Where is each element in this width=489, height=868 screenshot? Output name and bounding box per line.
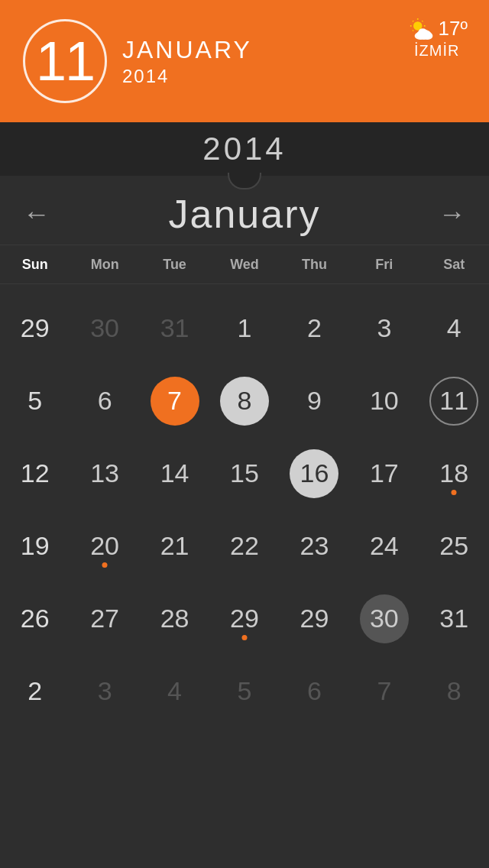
cal-cell[interactable]: 18 <box>419 437 489 510</box>
cal-cell[interactable]: 19 <box>0 510 70 582</box>
cal-cell[interactable]: 23 <box>280 510 349 582</box>
cal-cell[interactable]: 31 <box>140 292 209 364</box>
cal-cell[interactable]: 30 <box>70 292 139 364</box>
cal-cell[interactable]: 5 <box>209 655 279 727</box>
cal-day-number: 5 <box>220 667 269 716</box>
cal-cell[interactable]: 5 <box>0 364 70 437</box>
cal-day-number: 24 <box>360 522 409 571</box>
weather-icon-area: 17º <box>406 17 468 40</box>
svg-point-12 <box>418 28 426 36</box>
cal-day-number: 6 <box>80 377 129 426</box>
cal-day-number: 29 <box>290 594 338 643</box>
cal-day-number: 30 <box>80 304 129 353</box>
cal-day-number: 4 <box>151 667 199 716</box>
cal-cell[interactable]: 24 <box>349 510 419 582</box>
cal-day-number: 25 <box>429 522 478 571</box>
cal-cell[interactable]: 22 <box>209 510 279 582</box>
cal-cell[interactable]: 8 <box>419 655 489 727</box>
prev-month-button[interactable]: ← <box>23 198 50 230</box>
cal-cell[interactable]: 13 <box>70 437 139 510</box>
cal-cell[interactable]: 30 <box>349 582 419 655</box>
year-display: 2014 <box>202 131 286 167</box>
next-month-button[interactable]: → <box>439 198 466 230</box>
cal-cell[interactable]: 2 <box>280 292 349 364</box>
year-label-header: 2014 <box>122 66 252 87</box>
cal-cell[interactable]: 6 <box>70 364 139 437</box>
cal-cell[interactable]: 27 <box>70 582 139 655</box>
cal-cell[interactable]: 7 <box>140 364 209 437</box>
cal-day-number: 20 <box>80 522 129 571</box>
cal-day-number: 8 <box>220 377 269 426</box>
cal-day-number: 31 <box>151 304 199 353</box>
cal-cell[interactable]: 2 <box>0 655 70 727</box>
dow-label-fri: Fri <box>349 257 419 273</box>
cal-cell[interactable]: 4 <box>140 655 209 727</box>
cal-day-number: 30 <box>360 594 409 643</box>
svg-line-5 <box>413 21 413 21</box>
weather-icon <box>406 18 434 40</box>
cal-day-number: 7 <box>151 377 199 426</box>
cal-day-number: 31 <box>429 594 478 643</box>
cal-day-number: 15 <box>220 449 269 498</box>
cal-day-number: 23 <box>290 522 338 571</box>
cal-cell[interactable]: 3 <box>70 655 139 727</box>
dow-label-sun: Sun <box>0 257 70 273</box>
svg-line-7 <box>422 21 423 21</box>
cal-cell[interactable]: 7 <box>349 655 419 727</box>
cal-cell[interactable]: 11 <box>419 364 489 437</box>
cal-day-number: 9 <box>290 377 338 426</box>
day-number: 11 <box>36 34 94 89</box>
cal-cell[interactable]: 20 <box>70 510 139 582</box>
city-name: İZMİR <box>406 42 468 60</box>
cal-day-number: 3 <box>360 304 409 353</box>
svg-line-8 <box>413 30 413 31</box>
cal-cell[interactable]: 1 <box>209 292 279 364</box>
cal-cell[interactable]: 28 <box>140 582 209 655</box>
cal-day-number: 22 <box>220 522 269 571</box>
cal-day-number: 8 <box>429 667 478 716</box>
month-label: JANUARY <box>122 36 252 64</box>
cal-day-number: 17 <box>360 449 409 498</box>
cal-cell[interactable]: 9 <box>280 364 349 437</box>
cal-day-number: 14 <box>151 449 199 498</box>
cal-cell[interactable]: 15 <box>209 437 279 510</box>
year-bar: 2014 <box>0 122 489 176</box>
cal-day-number: 2 <box>290 304 338 353</box>
cal-cell[interactable]: 10 <box>349 364 419 437</box>
cal-day-number: 4 <box>429 304 478 353</box>
month-display: January <box>169 191 321 237</box>
cal-cell[interactable]: 14 <box>140 437 209 510</box>
cal-cell[interactable]: 21 <box>140 510 209 582</box>
dow-label-tue: Tue <box>140 257 209 273</box>
cal-cell[interactable]: 31 <box>419 582 489 655</box>
temperature: 17º <box>439 17 468 40</box>
cal-day-number: 19 <box>11 522 60 571</box>
cal-day-number: 11 <box>429 377 478 426</box>
cal-cell[interactable]: 4 <box>419 292 489 364</box>
cal-cell[interactable]: 26 <box>0 582 70 655</box>
cal-cell[interactable]: 29 <box>280 582 349 655</box>
cal-cell[interactable]: 8 <box>209 364 279 437</box>
calendar-container: 2014 ← January → SunMonTueWedThuFriSat 2… <box>0 122 489 868</box>
dow-label-mon: Mon <box>70 257 139 273</box>
cal-cell[interactable]: 3 <box>349 292 419 364</box>
cal-day-number: 2 <box>11 667 60 716</box>
date-circle: 11 <box>23 19 107 103</box>
cal-cell[interactable]: 29 <box>209 582 279 655</box>
cal-day-number: 13 <box>80 449 129 498</box>
cal-cell[interactable]: 25 <box>419 510 489 582</box>
cal-day-number: 5 <box>11 377 60 426</box>
cal-cell[interactable]: 29 <box>0 292 70 364</box>
calendar-grid: 2930311234567891011121314151617181920212… <box>0 284 489 735</box>
month-year-block: JANUARY 2014 <box>122 36 252 87</box>
cal-day-number: 3 <box>80 667 129 716</box>
cal-cell[interactable]: 17 <box>349 437 419 510</box>
cal-day-number: 18 <box>429 449 478 498</box>
cal-cell[interactable]: 16 <box>280 437 349 510</box>
dow-label-wed: Wed <box>209 257 279 273</box>
cal-cell[interactable]: 6 <box>280 655 349 727</box>
cal-day-number: 27 <box>80 594 129 643</box>
cal-cell[interactable]: 12 <box>0 437 70 510</box>
cal-day-number: 10 <box>360 377 409 426</box>
cal-day-number: 29 <box>11 304 60 353</box>
